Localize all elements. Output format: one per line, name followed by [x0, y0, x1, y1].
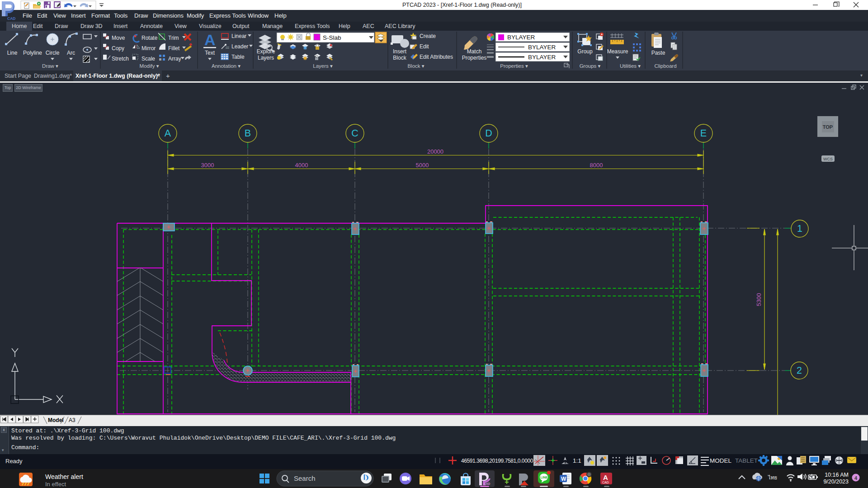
svg-text:Linear: Linear [231, 33, 246, 39]
svg-text:Line: Line [7, 50, 18, 56]
svg-text:Search: Search [294, 474, 316, 482]
svg-text:Edit: Edit [420, 43, 429, 50]
svg-text:BYLAYER: BYLAYER [507, 34, 535, 41]
svg-text:Move: Move [112, 35, 125, 41]
svg-text:Arc: Arc [67, 50, 75, 56]
svg-text:5300: 5300 [755, 293, 762, 306]
svg-text:Block: Block [393, 55, 406, 61]
svg-text:1:1: 1:1 [573, 457, 581, 464]
svg-text:Circle: Circle [46, 50, 60, 56]
svg-text:Copy: Copy [112, 45, 124, 52]
svg-text:8000: 8000 [590, 162, 603, 169]
svg-text:Leader: Leader [231, 43, 248, 50]
svg-text:Paste: Paste [651, 50, 665, 56]
svg-text:Model: Model [48, 417, 64, 423]
svg-text:S-Slab: S-Slab [323, 34, 341, 41]
svg-text:Modify ▾: Modify ▾ [140, 63, 159, 69]
svg-text:Groups ▾: Groups ▾ [580, 63, 601, 69]
svg-text:E: E [700, 128, 707, 139]
svg-text:MODEL: MODEL [710, 457, 732, 464]
svg-text:20000: 20000 [427, 148, 443, 155]
svg-text:3000: 3000 [201, 162, 214, 169]
svg-text:Annotation ▾: Annotation ▾ [212, 63, 241, 69]
svg-text:Stretch: Stretch [112, 56, 129, 62]
svg-text:Utilities ▾: Utilities ▾ [620, 63, 641, 69]
svg-text:CAD: CAD [7, 16, 15, 21]
svg-text:In effect: In effect [45, 481, 66, 488]
svg-text:Polyline: Polyline [23, 50, 42, 56]
svg-text:Explore: Explore [257, 48, 275, 55]
svg-text:Clipboard: Clipboard [654, 63, 676, 69]
svg-text:C: C [351, 128, 359, 139]
svg-text:Text: Text [205, 50, 215, 56]
svg-text:Fillet: Fillet [168, 45, 180, 52]
svg-text:Block ▾: Block ▾ [407, 63, 424, 69]
svg-text:Draw ▾: Draw ▾ [42, 63, 58, 69]
svg-text:Rotate: Rotate [142, 35, 158, 41]
svg-text:D: D [485, 128, 492, 139]
svg-text:5000: 5000 [416, 162, 429, 169]
svg-text:Properties ▾: Properties ▾ [500, 63, 528, 69]
svg-text:BYLAYER: BYLAYER [528, 54, 556, 61]
svg-text:Trim: Trim [168, 35, 179, 41]
svg-text:LINE: LINE [541, 476, 548, 479]
svg-text:ไทย: ไทย [768, 475, 777, 480]
svg-text:10:16 AM: 10:16 AM [825, 472, 849, 478]
svg-text:Layers ▾: Layers ▾ [313, 63, 333, 69]
svg-text:A: A [165, 128, 171, 139]
svg-text:1: 1 [797, 223, 802, 234]
svg-text:B: B [245, 128, 251, 139]
svg-text:Mirror: Mirror [142, 45, 156, 52]
svg-text:Insert: Insert [393, 48, 407, 55]
svg-text:2: 2 [797, 365, 802, 376]
svg-text:46591.3698,20199.7581,0.0000: 46591.3698,20199.7581,0.0000 [461, 458, 533, 464]
svg-text:Edit Attributes: Edit Attributes [420, 54, 453, 60]
svg-text:A: A [204, 31, 216, 48]
svg-text:TABLET: TABLET [735, 457, 758, 464]
svg-text:W: W [561, 476, 566, 482]
svg-text:Array: Array [168, 56, 181, 62]
svg-text:4: 4 [854, 475, 858, 481]
svg-text:9/20/2023: 9/20/2023 [823, 479, 849, 485]
svg-text:BYLAYER: BYLAYER [528, 44, 556, 51]
svg-text:WCS: WCS [823, 157, 833, 161]
svg-text:Table: Table [231, 54, 245, 60]
svg-text:Properties: Properties [462, 55, 487, 61]
svg-text:CAD: CAD [484, 482, 490, 485]
svg-text:CAD: CAD [602, 481, 609, 484]
svg-text:Measure: Measure [607, 48, 628, 55]
svg-text:Create: Create [420, 33, 436, 39]
svg-text:Group: Group [577, 48, 593, 55]
svg-text:Match: Match [467, 48, 482, 55]
svg-text:Weather alert: Weather alert [45, 473, 83, 480]
svg-text:A: A [603, 474, 608, 481]
svg-text:TOP: TOP [823, 124, 833, 130]
svg-text:Scale: Scale [142, 56, 155, 62]
svg-text:4000: 4000 [295, 162, 308, 169]
svg-text:Layers: Layers [258, 55, 274, 61]
svg-text:A3: A3 [69, 417, 75, 423]
